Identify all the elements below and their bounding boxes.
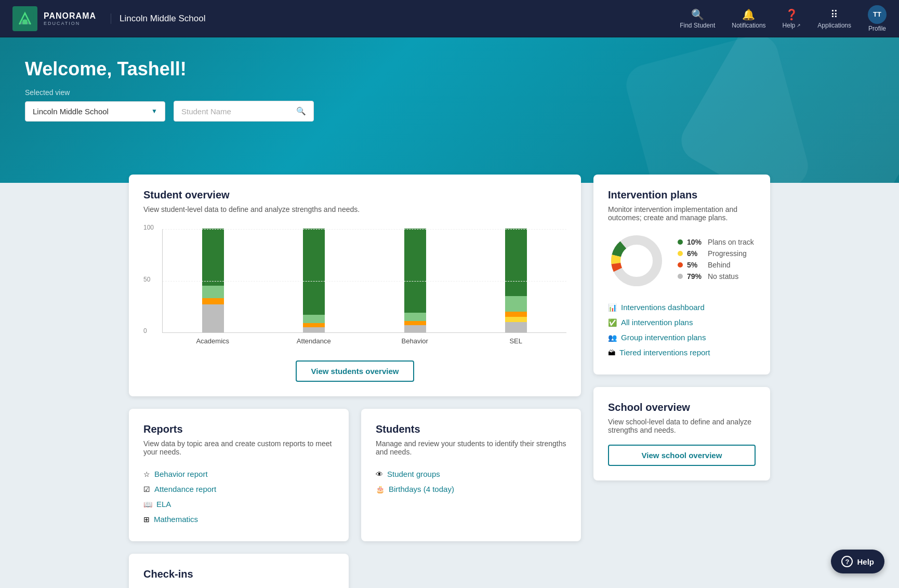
reports-links: ☆ Behavior report ☑ Attendance report 📖 … xyxy=(143,466,334,527)
attendance-report-link[interactable]: Attendance report xyxy=(154,485,216,493)
school-overview-desc: View school-level data to define and ana… xyxy=(608,418,756,434)
view-school-overview-button[interactable]: View school overview xyxy=(608,445,756,466)
selected-view-label: Selected view xyxy=(25,88,874,97)
gridline-50 xyxy=(163,281,566,282)
intervention-links: 📊 Interventions dashboard ✅ All interven… xyxy=(608,300,756,360)
checkbox-icon: ☑ xyxy=(143,485,150,493)
bar-seg-dark-green xyxy=(404,229,426,313)
right-column: Intervention plans Monitor intervention … xyxy=(593,175,770,588)
profile-button[interactable]: TT Profile xyxy=(868,5,887,32)
green-dot-icon xyxy=(678,239,683,245)
x-label-sel: SEL xyxy=(476,337,557,345)
bar-chart xyxy=(162,229,566,333)
notifications-button[interactable]: 🔔 Notifications xyxy=(732,8,765,29)
intervention-plans-title: Intervention plans xyxy=(608,189,756,201)
logo-text: PANORAMA EDUCATION xyxy=(44,11,96,26)
school-dropdown[interactable]: Lincoln Middle School ▼ xyxy=(25,101,165,122)
students-links: 👁 Student groups 🎂 Birthdays (4 today) xyxy=(376,466,566,497)
chart-area: 100 50 0 xyxy=(143,224,566,350)
bar-seg-gray xyxy=(202,304,224,332)
bar-seg-light-green xyxy=(202,286,224,298)
reports-desc: View data by topic area and create custo… xyxy=(143,439,334,456)
school-overview-title: School overview xyxy=(608,402,756,413)
bar-seg-light-green xyxy=(303,315,325,323)
checkins-title: Check-ins xyxy=(143,568,334,580)
donut-legend: 10% Plans on track 6% Progressing 5% Beh… xyxy=(678,238,756,284)
hero-section: Welcome, Tashell! Selected view Lincoln … xyxy=(0,37,899,183)
search-icon: 🔍 xyxy=(691,8,704,21)
x-label-behavior: Behavior xyxy=(375,337,455,345)
bottom-grid: Reports View data by topic area and crea… xyxy=(129,409,581,588)
eye-icon: 👁 xyxy=(376,470,383,478)
left-column: Student overview View student-level data… xyxy=(129,175,581,588)
student-search-input[interactable]: Student Name 🔍 xyxy=(174,101,314,122)
students-title: Students xyxy=(376,423,566,435)
donut-section: 10% Plans on track 6% Progressing 5% Beh… xyxy=(608,232,756,289)
x-label-academics: Academics xyxy=(173,337,253,345)
logo-sub: EDUCATION xyxy=(44,21,96,26)
interventions-dashboard-link[interactable]: Interventions dashboard xyxy=(621,303,705,312)
reports-card: Reports View data by topic area and crea… xyxy=(129,409,349,541)
bar-seg-orange xyxy=(202,298,224,304)
reports-title: Reports xyxy=(143,423,334,435)
bar-seg-gray xyxy=(505,322,527,332)
intervention-plans-desc: Monitor intervention implementation and … xyxy=(608,205,756,222)
all-intervention-plans-link[interactable]: All intervention plans xyxy=(621,318,693,327)
logo-box xyxy=(12,6,37,31)
profile-label: Profile xyxy=(868,25,886,32)
applications-button[interactable]: ⠿ Applications xyxy=(817,8,851,29)
checkins-card: Check-ins xyxy=(129,554,349,588)
find-student-button[interactable]: 🔍 Find Student xyxy=(680,8,715,29)
student-groups-link[interactable]: Student groups xyxy=(387,470,440,478)
nav-school-name: Lincoln Middle School xyxy=(111,14,205,24)
bar-seg-orange xyxy=(404,321,426,325)
logo-brand: PANORAMA xyxy=(44,11,96,21)
list-item: 🏔 Tiered interventions report xyxy=(608,345,756,360)
list-item: ☆ Behavior report xyxy=(143,466,334,482)
bar-seg-light-green xyxy=(404,313,426,321)
help-icon: ❓ xyxy=(785,8,798,21)
help-float-button[interactable]: ? Help xyxy=(831,550,884,573)
tiered-interventions-report-link[interactable]: Tiered interventions report xyxy=(619,348,710,357)
x-label-attendance: Attendance xyxy=(274,337,354,345)
notifications-label: Notifications xyxy=(732,22,765,29)
bar-seg-dark-green xyxy=(505,229,527,296)
svg-rect-1 xyxy=(23,19,28,24)
bar-seg-orange xyxy=(303,323,325,327)
mathematics-link[interactable]: Mathematics xyxy=(154,515,198,524)
view-students-overview-button[interactable]: View students overview xyxy=(296,360,415,382)
ela-link[interactable]: ELA xyxy=(156,500,171,509)
list-item: 📊 Interventions dashboard xyxy=(608,300,756,315)
list-item: 👥 Group intervention plans xyxy=(608,330,756,345)
students-desc: Manage and review your students to ident… xyxy=(376,439,566,456)
chart-icon: 📊 xyxy=(608,303,617,312)
list-item: 🎂 Birthdays (4 today) xyxy=(376,482,566,497)
list-item: 📖 ELA xyxy=(143,497,334,512)
students-card: Students Manage and review your students… xyxy=(361,409,581,541)
birthdays-link[interactable]: Birthdays (4 today) xyxy=(389,485,454,493)
bar-seg-dark-green xyxy=(202,229,224,286)
list-item: 👁 Student groups xyxy=(376,466,566,482)
find-student-label: Find Student xyxy=(680,22,715,29)
grid-icon: ⠿ xyxy=(830,8,838,21)
bar-seg-dark-green xyxy=(303,229,325,315)
chart-y-labels: 100 50 0 xyxy=(143,224,154,335)
hero-controls: Lincoln Middle School ▼ Student Name 🔍 xyxy=(25,101,874,122)
donut-chart xyxy=(608,232,665,289)
nav-actions: 🔍 Find Student 🔔 Notifications ❓ Help ↗ … xyxy=(680,5,887,32)
profile-avatar[interactable]: TT xyxy=(868,5,887,24)
help-float-label: Help xyxy=(857,557,874,566)
behavior-report-link[interactable]: Behavior report xyxy=(154,470,208,478)
student-overview-desc: View student-level data to define and an… xyxy=(143,205,566,213)
school-overview-card: School overview View school-level data t… xyxy=(593,387,770,480)
bar-chart-container: Academics Attendance Behavior SEL xyxy=(162,229,566,345)
list-item: ☑ Attendance report xyxy=(143,482,334,497)
group-intervention-plans-link[interactable]: Group intervention plans xyxy=(621,333,706,342)
help-button[interactable]: ❓ Help ↗ xyxy=(783,8,801,29)
list-item: ✅ All intervention plans xyxy=(608,315,756,330)
welcome-heading: Welcome, Tashell! xyxy=(25,58,874,80)
dropdown-arrow-icon: ▼ xyxy=(151,108,157,115)
applications-label: Applications xyxy=(817,22,851,29)
legend-progressing: 6% Progressing xyxy=(678,249,756,258)
bell-icon: 🔔 xyxy=(742,8,755,21)
